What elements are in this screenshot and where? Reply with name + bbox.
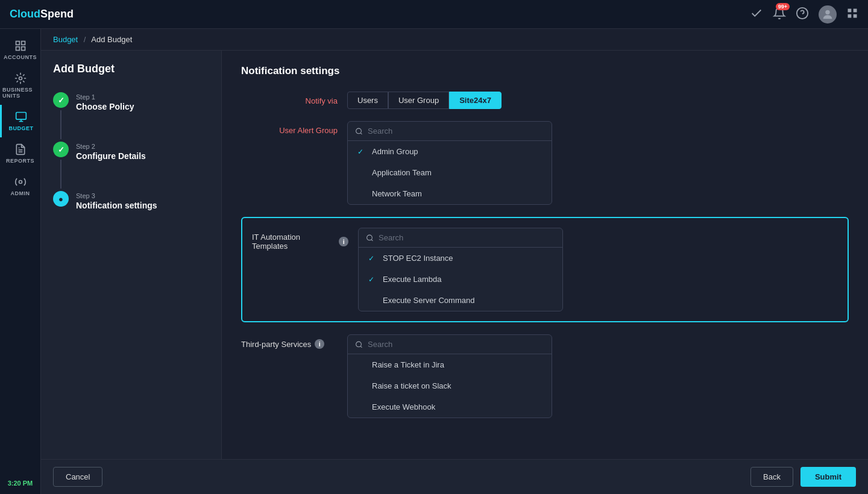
grid-icon-wrap[interactable] xyxy=(846,7,858,22)
step-3-circle: ● xyxy=(53,191,69,207)
svg-rect-4 xyxy=(854,8,857,12)
step-2-label: Step 2 xyxy=(76,143,146,150)
execute-lambda-check: ✓ xyxy=(368,275,378,284)
step-2-content: Step 2 Configure Details xyxy=(76,142,146,161)
user-alert-item-network-team[interactable]: Network Team xyxy=(348,183,552,204)
sidebar: ACCOUNTS BUSINESS UNITS BUDGET REPORTS A… xyxy=(0,29,41,494)
breadcrumb-current: Add Budget xyxy=(91,35,132,44)
nav-icons-group: 99+ xyxy=(750,5,858,23)
accounts-icon xyxy=(14,40,27,52)
stop-ec2-check: ✓ xyxy=(368,254,378,263)
notify-via-row: Notify via Users User Group Site24x7 xyxy=(241,92,849,109)
notify-btn-site24x7[interactable]: Site24x7 xyxy=(449,92,502,109)
svg-line-19 xyxy=(360,133,362,134)
svg-point-20 xyxy=(367,235,373,240)
svg-rect-5 xyxy=(848,14,852,17)
svg-rect-9 xyxy=(16,47,19,51)
server-command-label: Execute Server Command xyxy=(383,296,474,305)
step-3-item: ● Step 3 Notification settings xyxy=(53,191,209,210)
third-party-search-icon xyxy=(355,340,363,349)
third-party-info-icon[interactable]: i xyxy=(315,339,324,349)
stop-ec2-label: STOP EC2 Instance xyxy=(383,254,453,263)
avatar[interactable] xyxy=(819,5,837,23)
it-automation-box: IT Automation Templates i ✓ STOP EC2 Ins… xyxy=(241,217,849,322)
step-1-label: Step 1 xyxy=(76,93,134,101)
step-1-name: Choose Policy xyxy=(76,102,134,111)
notify-via-field: Users User Group Site24x7 xyxy=(347,92,552,109)
svg-point-17 xyxy=(19,181,22,184)
footer: Cancel Back Submit xyxy=(41,459,868,494)
svg-line-21 xyxy=(371,239,373,240)
it-automation-item-stop-ec2[interactable]: ✓ STOP EC2 Instance xyxy=(359,248,562,269)
notification-icon-wrap[interactable]: 99+ xyxy=(773,7,786,22)
execute-lambda-label: Execute Lambda xyxy=(383,275,442,284)
user-alert-search-icon xyxy=(355,127,363,136)
submit-button[interactable]: Submit xyxy=(800,467,856,487)
steps-panel-title: Add Budget xyxy=(53,63,209,75)
sidebar-item-reports[interactable]: REPORTS xyxy=(0,137,40,170)
app-logo: Cloud Spend xyxy=(10,8,74,20)
user-alert-search-input[interactable] xyxy=(368,127,544,136)
reports-label: REPORTS xyxy=(6,158,34,164)
step-2-item: ✓ Step 2 Configure Details xyxy=(53,142,209,191)
user-alert-search-wrap xyxy=(348,122,552,141)
check-icon xyxy=(750,7,763,20)
third-party-item-slack[interactable]: Raise a ticket on Slack xyxy=(348,375,552,396)
svg-point-22 xyxy=(356,342,362,347)
logo-cloud: Cloud xyxy=(10,8,40,20)
jira-label: Raise a Ticket in Jira xyxy=(372,360,444,369)
user-alert-item-app-team[interactable]: Application Team xyxy=(348,162,552,183)
slack-label: Raise a ticket on Slack xyxy=(372,381,451,390)
third-party-search-input[interactable] xyxy=(368,340,544,349)
step-2-circle: ✓ xyxy=(53,142,69,157)
it-automation-field: ✓ STOP EC2 Instance ✓ Execute Lambda Exe… xyxy=(358,228,563,311)
third-party-label: Third-party Services xyxy=(241,340,311,349)
breadcrumb-parent[interactable]: Budget xyxy=(53,35,78,44)
svg-point-2 xyxy=(825,10,829,14)
sidebar-item-accounts[interactable]: ACCOUNTS xyxy=(0,34,40,66)
app-team-label: Application Team xyxy=(372,168,432,177)
third-party-row: Third-party Services i Raise a Ticket in xyxy=(241,334,849,418)
sidebar-item-budget[interactable]: BUDGET xyxy=(0,105,40,137)
business-label: BUSINESS UNITS xyxy=(2,87,38,99)
back-button[interactable]: Back xyxy=(750,467,793,487)
it-automation-item-execute-lambda[interactable]: ✓ Execute Lambda xyxy=(359,269,562,290)
svg-rect-3 xyxy=(848,8,852,12)
notify-via-label: Notify via xyxy=(241,92,338,105)
third-party-label-wrap: Third-party Services i xyxy=(241,334,338,349)
it-automation-item-server-command[interactable]: Execute Server Command xyxy=(359,290,562,311)
svg-rect-7 xyxy=(16,42,19,45)
budget-icon xyxy=(15,111,27,123)
admin-group-label: Admin Group xyxy=(372,147,418,156)
help-icon-wrap[interactable] xyxy=(796,7,809,22)
it-automation-search-icon xyxy=(366,234,374,242)
step-2-line xyxy=(60,160,61,189)
third-party-item-jira[interactable]: Raise a Ticket in Jira xyxy=(348,354,552,375)
help-icon xyxy=(796,7,809,20)
logo-spend: Spend xyxy=(40,8,74,20)
svg-line-23 xyxy=(360,346,362,347)
user-alert-group-field: ✓ Admin Group Application Team Network T… xyxy=(347,121,552,205)
step-3-connector: ● xyxy=(53,191,69,207)
steps-panel: Add Budget ✓ Step 1 Choose Policy ✓ xyxy=(41,51,222,459)
third-party-dropdown: Raise a Ticket in Jira Raise a ticket on… xyxy=(347,334,552,418)
step-1-line xyxy=(60,110,61,139)
it-automation-info-icon[interactable]: i xyxy=(339,237,348,246)
user-alert-item-admin[interactable]: ✓ Admin Group xyxy=(348,141,552,162)
svg-rect-10 xyxy=(21,47,25,51)
notify-btn-users[interactable]: Users xyxy=(347,92,388,109)
sidebar-item-admin[interactable]: ADMIN xyxy=(0,170,40,202)
third-party-item-webhook[interactable]: Execute Webhook xyxy=(348,396,552,417)
it-automation-search-input[interactable] xyxy=(379,233,555,242)
notify-btn-user-group[interactable]: User Group xyxy=(388,92,449,109)
step-3-label: Step 3 xyxy=(76,192,157,199)
cancel-button[interactable]: Cancel xyxy=(53,467,102,487)
user-alert-group-row: User Alert Group ✓ Admin Group xyxy=(241,121,849,205)
admin-icon xyxy=(14,176,27,188)
svg-rect-6 xyxy=(854,14,857,17)
step-1-content: Step 1 Choose Policy xyxy=(76,92,134,111)
check-icon-wrap[interactable] xyxy=(750,7,763,22)
user-alert-group-label: User Alert Group xyxy=(241,121,338,135)
step-2-name: Configure Details xyxy=(76,151,146,161)
sidebar-item-business-units[interactable]: BUSINESS UNITS xyxy=(0,66,40,105)
